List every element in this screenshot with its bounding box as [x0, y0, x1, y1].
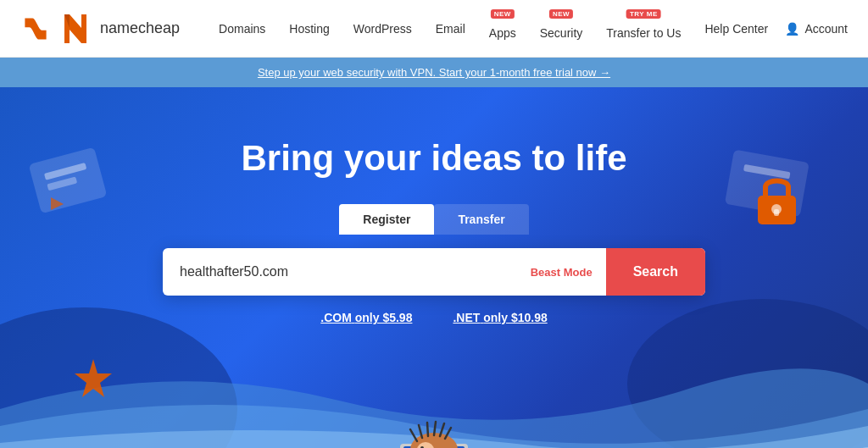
logo-text: namecheap	[100, 19, 180, 37]
namecheap-n-logo	[58, 11, 93, 47]
net-price: only $10.98	[483, 311, 548, 324]
search-box: Beast Mode Search	[163, 248, 705, 296]
com-price: only $5.98	[355, 311, 413, 324]
com-tld: .COM	[320, 311, 352, 324]
lock-decoration	[754, 172, 800, 230]
account-menu[interactable]: 👤 Account	[785, 22, 848, 36]
nav-item-security[interactable]: NEW Security	[528, 11, 595, 47]
promo-banner[interactable]: Step up your web security with VPN. Star…	[0, 58, 868, 87]
svg-rect-12	[774, 209, 779, 216]
nav-item-apps[interactable]: NEW Apps	[477, 11, 528, 47]
account-icon: 👤	[785, 22, 799, 36]
nav-item-help[interactable]: Help Center	[693, 15, 780, 42]
nav-item-email[interactable]: Email	[424, 15, 477, 42]
search-tabs: Register Transfer	[339, 204, 528, 235]
com-price-link[interactable]: .COM only $5.98	[320, 311, 412, 324]
svg-marker-9	[75, 359, 112, 397]
beast-mode-button[interactable]: Beast Mode	[517, 266, 606, 279]
nav-item-domains[interactable]: Domains	[207, 15, 277, 42]
security-badge: NEW	[549, 9, 573, 19]
star-decoration	[68, 355, 119, 409]
namecheap-logo-icon	[20, 14, 51, 44]
navbar: namecheap Domains Hosting WordPress Emai…	[0, 0, 868, 58]
nav-links: Domains Hosting WordPress Email NEW Apps…	[207, 11, 785, 47]
hero-title: Bring your ideas to life	[241, 138, 626, 179]
net-tld: .NET	[453, 311, 480, 324]
hero-section: Bring your ideas to life Register Transf…	[0, 87, 868, 448]
nav-item-wordpress[interactable]: WordPress	[342, 15, 424, 42]
transfer-badge: TRY ME	[626, 9, 661, 19]
net-price-link[interactable]: .NET only $10.98	[453, 311, 547, 324]
hedgehog-mascot	[383, 397, 485, 448]
nav-item-transfer[interactable]: TRY ME Transfer to Us	[594, 11, 693, 47]
apps-badge: NEW	[491, 9, 515, 19]
logo[interactable]: namecheap	[20, 11, 180, 47]
tab-register[interactable]: Register	[339, 204, 434, 235]
search-button[interactable]: Search	[606, 248, 705, 296]
promo-link[interactable]: Step up your web security with VPN. Star…	[258, 66, 610, 79]
domain-search-input[interactable]	[163, 264, 517, 279]
tab-transfer[interactable]: Transfer	[434, 204, 528, 235]
nav-item-hosting[interactable]: Hosting	[277, 15, 341, 42]
price-links: .COM only $5.98 .NET only $10.98	[320, 311, 547, 324]
